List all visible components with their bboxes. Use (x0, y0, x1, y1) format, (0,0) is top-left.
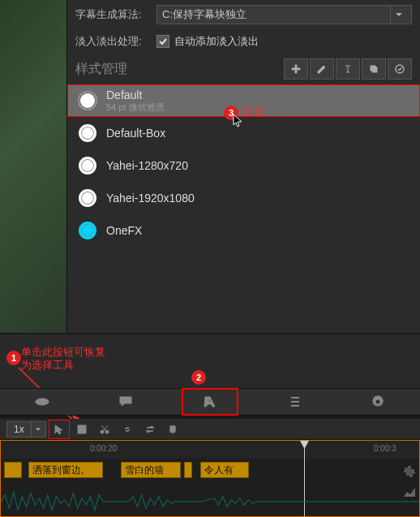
subtitle-panel: 字幕生成算法: C:保持字幕块独立 淡入淡出处理: 自动添加淡入淡出 样式管理 … (66, 0, 420, 333)
timeline-side-icons (402, 464, 417, 500)
fade-checkbox[interactable] (156, 35, 169, 48)
svg-rect-1 (372, 67, 377, 72)
fade-label: 淡入淡出处理: (75, 34, 156, 49)
time-tick: 0:00:20 (90, 444, 117, 453)
clip-label: 令人有 (204, 463, 234, 477)
time-ruler[interactable]: 0:00:20 0:00:3 (1, 441, 419, 459)
style-name: Yahei-1280x720 (106, 159, 188, 172)
waveform-toggle-icon[interactable] (402, 464, 417, 479)
fade-checkbox-label: 自动添加淡入淡出 (174, 34, 259, 49)
preview-strip (0, 0, 66, 333)
link-tool-button[interactable] (118, 420, 137, 438)
clip-label: 雪白的墙 (125, 463, 164, 477)
magnet-tool-button[interactable] (163, 420, 182, 438)
style-name: Default-Box (106, 127, 165, 140)
style-radio-icon (79, 222, 96, 239)
subtitle-clip[interactable]: 洒落到窗边, (28, 462, 103, 478)
add-style-button[interactable] (284, 58, 308, 80)
zoom-dropdown[interactable]: 1x (6, 421, 46, 437)
timeline[interactable]: 0:00:20 0:00:3 洒落到窗边, 雪白的墙 令人有 (0, 440, 420, 517)
chart-toggle-icon[interactable] (402, 485, 417, 500)
style-tools (284, 58, 412, 80)
confirm-style-button[interactable] (388, 58, 412, 80)
cursor-icon (233, 114, 244, 128)
tab-comment[interactable] (97, 388, 154, 416)
chevron-down-icon (31, 422, 45, 437)
chevron-down-icon (390, 6, 406, 24)
select-tool-button[interactable] (49, 420, 69, 438)
text-style-button[interactable] (336, 58, 360, 80)
style-name: OneFX (106, 224, 142, 237)
annotation-badge-2: 2 (191, 370, 206, 385)
tab-text[interactable] (182, 388, 238, 416)
waveform-icon (1, 485, 419, 517)
timeline-toolbar: 1x (0, 419, 420, 440)
style-radio-icon (79, 124, 96, 142)
style-name: Yahei-1920x1080 (106, 192, 195, 205)
tab-eye[interactable] (14, 388, 71, 416)
style-name: Default (106, 88, 165, 101)
time-tick: 0:00:3 (374, 444, 396, 453)
swap-tool-button[interactable] (140, 420, 160, 438)
audio-track[interactable] (1, 485, 419, 517)
algo-label: 字幕生成算法: (75, 7, 156, 22)
style-manager-title: 样式管理 (75, 61, 127, 78)
cut-tool-button[interactable] (95, 420, 114, 438)
algo-dropdown[interactable]: C:保持字幕块独立 (156, 5, 412, 24)
style-item-onefx[interactable]: OneFX (67, 214, 420, 247)
style-item-yahei-1080[interactable]: Yahei-1920x1080 (67, 182, 420, 214)
edit-style-button[interactable] (310, 58, 334, 80)
subtitle-clip[interactable]: 雪白的墙 (121, 462, 181, 478)
subtitle-track[interactable]: 洒落到窗边, 雪白的墙 令人有 (1, 462, 419, 480)
edit-tool-button[interactable] (72, 420, 92, 438)
annotation-text-3: 双击 (243, 106, 264, 118)
clip-fragment[interactable] (184, 462, 192, 478)
clip-label: 洒落到窗边, (32, 463, 84, 477)
tab-list[interactable] (266, 388, 323, 416)
style-radio-icon (79, 189, 96, 207)
style-sub: 54 pt 微软雅黑 (106, 101, 165, 114)
style-radio-icon (79, 157, 96, 174)
algo-value: C:保持字幕块独立 (162, 7, 246, 22)
mode-tabs (0, 388, 420, 416)
clip-fragment[interactable] (4, 462, 22, 478)
svg-point-3 (40, 400, 44, 404)
subtitle-clip[interactable]: 令人有 (200, 462, 249, 478)
zoom-value: 1x (7, 424, 31, 435)
copy-style-button[interactable] (362, 58, 386, 80)
style-radio-icon (79, 92, 96, 110)
style-item-yahei-720[interactable]: Yahei-1280x720 (67, 149, 420, 182)
tab-settings[interactable] (349, 388, 406, 416)
